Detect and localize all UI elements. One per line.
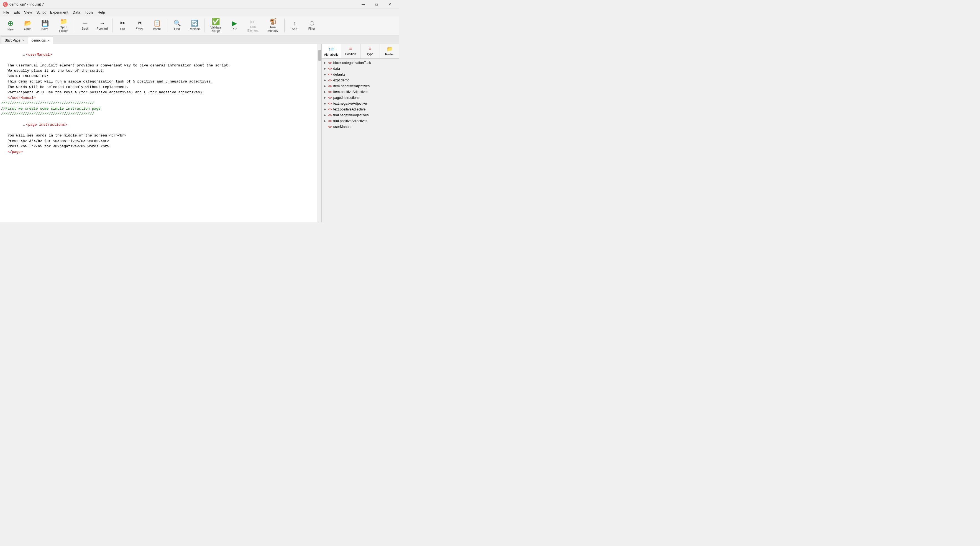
tree-item-usermanual[interactable]: <> userManual bbox=[322, 124, 399, 130]
editor-vscroll[interactable] bbox=[318, 44, 321, 222]
copy-button[interactable]: ⧉ Copy bbox=[131, 17, 148, 34]
tab-demo-iqjs-close[interactable]: ✕ bbox=[48, 39, 49, 42]
tab-start-page-close[interactable]: ✕ bbox=[22, 39, 24, 42]
validate-button[interactable]: ✅ ValidateScript bbox=[206, 17, 226, 34]
rp-tab-type[interactable]: ≡ Type bbox=[361, 44, 380, 59]
sort-label: Sort bbox=[292, 27, 297, 30]
tab-demo-iqjs[interactable]: demo.iqjs ✕ bbox=[28, 37, 53, 44]
tree-label-text-pos: text.positiveAdjective bbox=[333, 108, 366, 111]
tree-label-defaults: defaults bbox=[333, 73, 345, 76]
tree-item-item-neg[interactable]: ▶ <> item.negativeAdjectives bbox=[322, 83, 399, 89]
menu-data[interactable]: Data bbox=[70, 9, 82, 16]
code-line-9: </userManual> bbox=[1, 95, 317, 101]
code-line-18: Press <b>'L'</b> for <u>negative</u> wor… bbox=[1, 144, 317, 149]
tree-arrow-defaults: ▶ bbox=[324, 73, 327, 76]
tree-icon-item-pos: <> bbox=[328, 90, 332, 94]
tree-item-page-instr[interactable]: ▶ <> page.instructions bbox=[322, 95, 399, 100]
menu-view[interactable]: View bbox=[22, 9, 34, 16]
run-label: Run bbox=[232, 27, 237, 31]
replace-icon: 🔄 bbox=[191, 20, 198, 26]
find-icon: 🔍 bbox=[173, 20, 181, 26]
tree-label-data: data bbox=[333, 67, 340, 71]
title-bar: Q demo.iqjs* - Inquisit 7 — □ ✕ bbox=[0, 0, 399, 9]
menu-experiment[interactable]: Experiment bbox=[48, 9, 71, 16]
menu-file[interactable]: File bbox=[1, 9, 11, 16]
tree-item-trial-neg[interactable]: ▶ <> trial.negativeAdjectives bbox=[322, 112, 399, 118]
run-element-button: ⏭ RunElement bbox=[243, 17, 262, 34]
right-panel: ↑≡ Alphabetic ≡ Position ≡ Type 📁 Folder bbox=[321, 44, 399, 222]
close-button[interactable]: ✕ bbox=[383, 0, 396, 9]
collapse-2[interactable]: ▬ bbox=[23, 123, 25, 127]
tree-arrow-item-neg: ▶ bbox=[324, 84, 327, 87]
minimize-button[interactable]: — bbox=[357, 0, 370, 9]
code-line-2: The usermanual Inquisit element provides… bbox=[1, 63, 317, 68]
menu-bar: File Edit View Script Experiment Data To… bbox=[0, 9, 399, 16]
menu-script[interactable]: Script bbox=[34, 9, 48, 16]
save-button[interactable]: 💾 Save bbox=[37, 17, 53, 34]
find-button[interactable]: 🔍 Find bbox=[169, 17, 185, 34]
run-monkey-button[interactable]: 🐒 RunMonkey bbox=[263, 17, 283, 34]
open-icon: 📂 bbox=[24, 20, 32, 26]
tree-item-block[interactable]: ▶ <> block.categorizationTask bbox=[322, 60, 399, 66]
forward-button[interactable]: → Forward bbox=[94, 17, 111, 34]
new-button[interactable]: ⊕ New bbox=[2, 17, 19, 34]
tree-label-trial-pos: trial.positiveAdjectives bbox=[333, 119, 368, 123]
tree-icon-text-neg: <> bbox=[328, 102, 332, 105]
tree-label-page-instr: page.instructions bbox=[333, 96, 360, 100]
tree-icon-usermanual: <> bbox=[328, 125, 332, 129]
tree-item-data[interactable]: ▶ <> data bbox=[322, 66, 399, 71]
tree-item-text-neg[interactable]: ▶ <> text.negativeAdjective bbox=[322, 100, 399, 106]
editor-scroll[interactable]: ▬<userManual> The usermanual Inquisit el… bbox=[0, 44, 318, 222]
tree-icon-trial-neg: <> bbox=[328, 113, 332, 117]
paste-button[interactable]: 📋 Paste bbox=[148, 17, 165, 34]
folder-icon: 📁 bbox=[387, 46, 393, 52]
rp-tab-folder[interactable]: 📁 Folder bbox=[380, 44, 399, 59]
alphabetic-icon: ↑≡ bbox=[328, 46, 334, 52]
filter-button[interactable]: ⬡ Filter bbox=[303, 17, 320, 34]
tab-start-page[interactable]: Start Page ✕ bbox=[1, 36, 28, 44]
validate-label: ValidateScript bbox=[211, 26, 221, 32]
copy-label: Copy bbox=[136, 27, 143, 30]
app-logo: Q bbox=[3, 2, 8, 7]
open-button[interactable]: 📂 Open bbox=[19, 17, 36, 34]
tree-item-expt[interactable]: ▶ <> expt.demo bbox=[322, 77, 399, 83]
tab-bar: Start Page ✕ demo.iqjs ✕ bbox=[0, 35, 399, 44]
menu-edit[interactable]: Edit bbox=[11, 9, 22, 16]
open-folder-button[interactable]: 📁 OpenFolder bbox=[54, 17, 73, 34]
content-area: ▬<userManual> The usermanual Inquisit el… bbox=[0, 44, 399, 222]
save-label: Save bbox=[41, 27, 48, 30]
toolbar: ⊕ New 📂 Open 💾 Save 📁 OpenFolder ← Back … bbox=[0, 16, 399, 35]
menu-help[interactable]: Help bbox=[95, 9, 107, 16]
tree-label-block: block.categorizationTask bbox=[333, 61, 371, 65]
rp-tab-alphabetic[interactable]: ↑≡ Alphabetic bbox=[322, 44, 341, 59]
cut-label: Cut bbox=[120, 27, 125, 30]
tree-item-defaults[interactable]: ▶ <> defaults bbox=[322, 71, 399, 77]
back-button[interactable]: ← Back bbox=[77, 17, 93, 34]
tree-item-item-pos[interactable]: ▶ <> item.positiveAdjectives bbox=[322, 89, 399, 95]
tree-item-trial-pos[interactable]: ▶ <> trial.positiveAdjectives bbox=[322, 118, 399, 124]
open-folder-label: OpenFolder bbox=[59, 25, 68, 32]
tree-arrow-text-neg: ▶ bbox=[324, 102, 327, 105]
run-button[interactable]: ▶ Run bbox=[226, 17, 243, 34]
maximize-button[interactable]: □ bbox=[370, 0, 383, 9]
tree-label-expt: expt.demo bbox=[333, 78, 349, 82]
sort-button[interactable]: ↕ Sort bbox=[286, 17, 303, 34]
open-label: Open bbox=[24, 27, 32, 30]
menu-tools[interactable]: Tools bbox=[83, 9, 95, 16]
tree-label-item-neg: item.negativeAdjectives bbox=[333, 84, 370, 88]
position-label: Position bbox=[345, 52, 356, 56]
tree-icon-text-pos: <> bbox=[328, 107, 332, 111]
tree-item-text-pos[interactable]: ▶ <> text.positiveAdjective bbox=[322, 106, 399, 112]
code-line-1: ▬<userManual> bbox=[1, 46, 317, 63]
tab-start-page-label: Start Page bbox=[5, 38, 21, 42]
vscroll-thumb[interactable] bbox=[318, 50, 321, 61]
tree-icon-trial-pos: <> bbox=[328, 119, 332, 123]
save-icon: 💾 bbox=[41, 20, 49, 26]
code-line-6: This demo script will run a simple categ… bbox=[1, 79, 317, 84]
collapse-1[interactable]: ▬ bbox=[23, 52, 25, 57]
back-label: Back bbox=[82, 27, 88, 30]
replace-button[interactable]: 🔄 Replace bbox=[186, 17, 202, 34]
window-controls: — □ ✕ bbox=[357, 0, 396, 9]
rp-tab-position[interactable]: ≡ Position bbox=[341, 44, 361, 59]
cut-button[interactable]: ✂ Cut bbox=[114, 17, 131, 34]
